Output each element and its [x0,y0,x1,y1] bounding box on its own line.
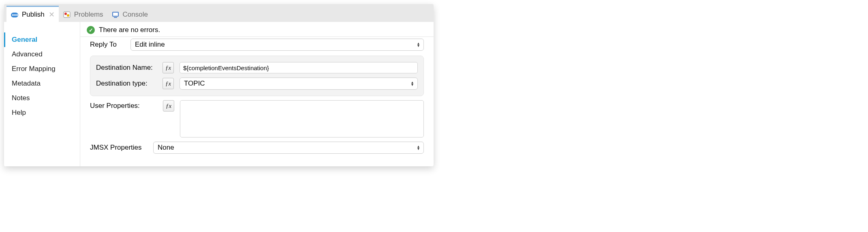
jmsx-properties-label: JMSX Properties [90,144,148,152]
svg-point-6 [67,14,69,17]
reply-to-value: Edit inline [135,41,165,49]
tab-problems-label: Problems [74,11,103,19]
svg-point-1 [12,14,14,16]
reply-to-label: Reply To [90,41,125,49]
sidebar: General Advanced Error Mapping Metadata … [4,22,80,166]
jmsx-properties-select[interactable]: None ▴▾ [153,142,424,154]
sidebar-item-advanced[interactable]: Advanced [4,47,80,62]
main-panel: ✓ There are no errors. Reply To Edit inl… [80,22,434,166]
sidebar-item-metadata[interactable]: Metadata [4,76,80,91]
destination-type-value: TOPIC [184,79,205,88]
destination-name-input[interactable] [180,62,418,73]
svg-point-3 [16,14,18,16]
app-window: Publish ✕ Problems Console General Advan… [4,4,434,166]
row-reply-to: Reply To Edit inline ▴▾ [90,37,424,52]
console-icon [111,11,120,19]
sidebar-item-help[interactable]: Help [4,105,80,120]
sidebar-item-general[interactable]: General [4,32,80,47]
row-jmsx-properties: JMSX Properties None ▴▾ [90,142,424,154]
updown-icon: ▴▾ [417,42,419,47]
svg-rect-9 [114,17,117,18]
sidebar-item-label: Help [12,109,26,116]
fx-button-user-properties[interactable]: ƒx [163,100,174,112]
tab-publish[interactable]: Publish ✕ [6,6,59,22]
tabs-row: Publish ✕ Problems Console [4,4,434,22]
sidebar-item-notes[interactable]: Notes [4,91,80,105]
user-properties-label: User Properties: [90,100,157,110]
jmsx-properties-value: None [158,144,174,152]
updown-icon: ▴▾ [411,81,413,86]
tab-problems[interactable]: Problems [59,6,107,22]
row-destination-name: Destination Name: ƒx [96,60,418,75]
sidebar-item-label: General [12,36,37,43]
row-destination-type: Destination type: ƒx TOPIC ▴▾ [96,75,418,92]
svg-point-2 [14,14,16,16]
fx-button-destination-type[interactable]: ƒx [162,78,174,89]
user-properties-textarea[interactable] [180,100,424,137]
publish-icon [11,11,19,19]
updown-icon: ▴▾ [417,145,419,150]
row-user-properties: User Properties: ƒx [90,100,424,137]
svg-rect-8 [113,13,118,16]
status-bar: ✓ There are no errors. [80,22,434,37]
fx-button-destination-name[interactable]: ƒx [162,62,174,73]
tab-publish-label: Publish [22,11,45,19]
body-area: General Advanced Error Mapping Metadata … [4,22,434,166]
destination-type-label: Destination type: [96,79,157,88]
sidebar-item-error-mapping[interactable]: Error Mapping [4,62,80,76]
form-area: Reply To Edit inline ▴▾ Destination Name… [80,37,434,166]
destination-section: Destination Name: ƒx Destination type: ƒ… [90,56,424,96]
problems-icon [63,11,71,19]
sidebar-item-label: Error Mapping [12,65,56,73]
sidebar-item-label: Advanced [12,50,43,58]
success-check-icon: ✓ [87,26,95,34]
svg-point-5 [64,13,67,15]
reply-to-select[interactable]: Edit inline ▴▾ [130,39,424,51]
sidebar-item-label: Metadata [12,79,41,87]
close-icon[interactable]: ✕ [49,10,55,19]
tab-console[interactable]: Console [107,6,152,22]
destination-name-label: Destination Name: [96,64,157,72]
destination-type-select[interactable]: TOPIC ▴▾ [180,77,418,90]
sidebar-item-label: Notes [12,94,30,102]
status-message: There are no errors. [99,26,160,34]
tab-console-label: Console [123,11,148,19]
svg-rect-4 [64,12,70,17]
